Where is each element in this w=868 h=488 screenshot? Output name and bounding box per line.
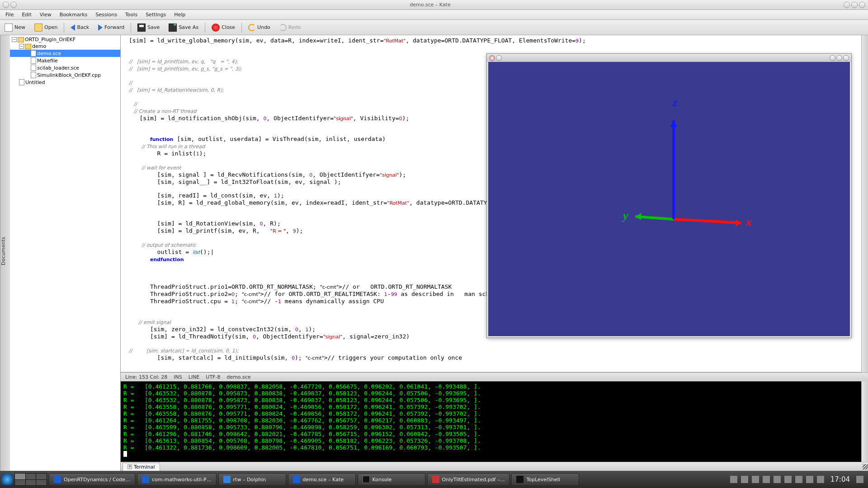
tree-untitled[interactable]: Untitled bbox=[10, 79, 120, 86]
shell-icon bbox=[516, 476, 524, 483]
tree-folder-demo[interactable]: − demo bbox=[10, 43, 120, 50]
tray-updates-icon[interactable] bbox=[817, 476, 824, 483]
editor-scrollbar[interactable] bbox=[861, 35, 868, 372]
terminal-output[interactable]: R = [0.461215, 0.881766, 0.098837, 0.882… bbox=[121, 381, 861, 462]
arrow-right-icon bbox=[98, 24, 103, 31]
menubar: File Edit View Bookmarks Sessions Tools … bbox=[0, 10, 868, 20]
konsole-icon bbox=[363, 476, 370, 483]
svg-line-0 bbox=[674, 219, 741, 223]
menu-help[interactable]: Help bbox=[170, 11, 189, 19]
folder-icon bbox=[25, 44, 31, 49]
tree-collapse-icon[interactable]: − bbox=[19, 44, 24, 49]
tray-battery-icon[interactable] bbox=[806, 476, 813, 483]
window-minimize-icon[interactable] bbox=[844, 2, 850, 8]
menu-view[interactable]: View bbox=[36, 11, 55, 19]
new-file-icon bbox=[5, 23, 13, 32]
open-folder-icon bbox=[34, 23, 42, 32]
undo-button[interactable]: Undo bbox=[245, 23, 273, 32]
system-tray: 17:04 bbox=[730, 475, 866, 483]
axes-svg bbox=[488, 62, 850, 336]
undo-icon bbox=[248, 24, 255, 31]
rotation-viewer-window[interactable]: z y x bbox=[486, 53, 852, 338]
tray-keyboard-icon[interactable] bbox=[730, 476, 737, 483]
saveas-button[interactable]: Save As bbox=[166, 23, 201, 33]
redo-button[interactable]: Redo bbox=[277, 23, 304, 32]
window-title: demo.sce – Kate bbox=[19, 2, 841, 8]
tree-file-makefile[interactable]: Makefile bbox=[10, 57, 120, 64]
task-openrtdynamics[interactable]: OpenRTDynamics / Code… bbox=[49, 473, 135, 486]
toolbar-separator bbox=[64, 23, 64, 33]
menu-sessions[interactable]: Sessions bbox=[92, 11, 121, 19]
file-icon bbox=[31, 65, 36, 71]
app-icon bbox=[142, 476, 149, 483]
resize-grip-icon[interactable] bbox=[863, 464, 868, 469]
tree-file-simulink-block[interactable]: SimulinkBlock_OriEKF.cpp bbox=[10, 71, 120, 79]
axis-label-z: z bbox=[673, 96, 677, 109]
window-pin-icon[interactable] bbox=[10, 2, 17, 8]
toolbar: New Open Back Forward Save Save As Close… bbox=[0, 20, 868, 35]
terminal-tab-close-icon[interactable]: × bbox=[127, 465, 132, 469]
tree-collapse-icon[interactable]: − bbox=[12, 37, 17, 42]
taskbar: OpenRTDynamics / Code… com-mathworks-uti… bbox=[0, 471, 868, 488]
open-button[interactable]: Open bbox=[32, 23, 60, 33]
documents-tab[interactable]: Documents bbox=[0, 35, 10, 471]
viewer-close-icon[interactable] bbox=[489, 55, 495, 61]
close-button[interactable]: Close bbox=[209, 23, 238, 33]
tray-clipboard-icon[interactable] bbox=[763, 476, 770, 483]
tray-cashew-icon[interactable] bbox=[856, 476, 863, 483]
task-dolphin[interactable]: rtw – Dolphin bbox=[218, 473, 286, 486]
app-icon bbox=[54, 476, 61, 483]
file-icon bbox=[19, 79, 24, 85]
viewer-maximize-icon[interactable] bbox=[836, 55, 842, 61]
svg-marker-5 bbox=[670, 120, 677, 127]
status-encoding[interactable]: UTF-8 bbox=[206, 374, 220, 380]
toolbar-separator bbox=[205, 23, 205, 33]
window-maximize-icon[interactable] bbox=[851, 2, 858, 8]
virtual-desktop-pager[interactable] bbox=[14, 473, 47, 486]
tray-bulb-icon[interactable] bbox=[774, 476, 781, 483]
task-konsole[interactable]: Konsole bbox=[358, 473, 425, 486]
task-kate[interactable]: demo.sce – Kate bbox=[288, 473, 356, 486]
task-toplevelshell[interactable]: TopLevelShell bbox=[511, 473, 579, 486]
axis-label-y: y bbox=[623, 209, 628, 223]
tray-display-icon[interactable] bbox=[741, 476, 748, 483]
menu-tools[interactable]: Tools bbox=[122, 11, 141, 19]
tray-volume-icon[interactable] bbox=[795, 476, 802, 483]
terminal-tab[interactable]: × Terminal bbox=[123, 463, 160, 471]
tree-file-demo-sce[interactable]: demo.sce bbox=[10, 50, 120, 57]
menu-file[interactable]: File bbox=[2, 11, 17, 19]
save-button[interactable]: Save bbox=[135, 23, 162, 33]
file-icon bbox=[31, 50, 36, 56]
window-close-icon[interactable] bbox=[859, 2, 865, 8]
tree-root[interactable]: − ORTD_Plugin_OriEKF bbox=[10, 36, 120, 43]
task-mathworks[interactable]: com-mathworks-util-P… bbox=[137, 473, 217, 486]
tray-network-icon[interactable] bbox=[784, 476, 792, 483]
documents-sidebar: − ORTD_Plugin_OriEKF − demo demo.sce Mak… bbox=[10, 35, 121, 471]
kde-menu-icon[interactable] bbox=[2, 474, 13, 485]
toolbar-separator bbox=[131, 23, 131, 33]
menu-edit[interactable]: Edit bbox=[18, 11, 35, 19]
status-filename: demo.sce bbox=[226, 374, 250, 380]
task-pdf[interactable]: OnlyTiltEstimated.pdf –… bbox=[427, 473, 510, 486]
status-eol-mode[interactable]: LINE bbox=[189, 374, 200, 380]
file-icon bbox=[31, 72, 36, 78]
taskbar-clock[interactable]: 17:04 bbox=[828, 475, 853, 483]
new-button[interactable]: New bbox=[2, 23, 28, 33]
menu-settings[interactable]: Settings bbox=[142, 11, 170, 19]
statusbar: Line: 153 Col: 28 INS LINE UTF-8 demo.sc… bbox=[121, 372, 868, 381]
arrow-left-icon bbox=[71, 24, 75, 31]
tray-settings-icon[interactable] bbox=[752, 476, 759, 483]
viewer-canvas[interactable]: z y x bbox=[488, 62, 850, 336]
window-menu-icon[interactable] bbox=[3, 2, 9, 8]
terminal-scrollbar[interactable] bbox=[861, 381, 868, 462]
back-button[interactable]: Back bbox=[68, 23, 92, 32]
viewer-close2-icon[interactable] bbox=[843, 55, 849, 61]
tree-file-scilab-loader[interactable]: scilab_loader.sce bbox=[10, 64, 120, 71]
status-insert-mode[interactable]: INS bbox=[174, 374, 182, 380]
viewer-pin-icon[interactable] bbox=[496, 55, 502, 61]
viewer-titlebar[interactable] bbox=[487, 54, 851, 62]
redo-icon bbox=[279, 24, 287, 31]
menu-bookmarks[interactable]: Bookmarks bbox=[56, 11, 91, 19]
viewer-minimize-icon[interactable] bbox=[830, 55, 835, 61]
forward-button[interactable]: Forward bbox=[95, 23, 127, 32]
